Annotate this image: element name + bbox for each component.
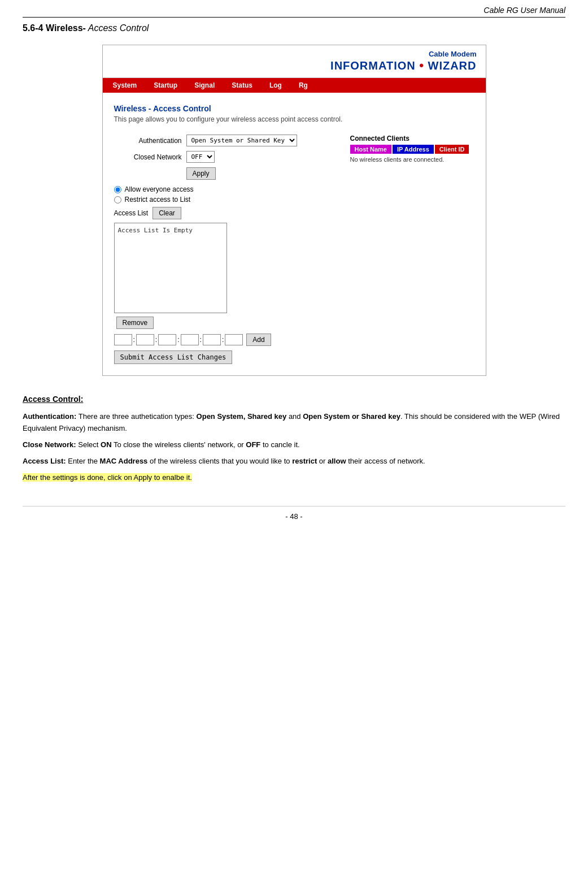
nav-bar: System Startup Signal Status Log Rg [103,78,486,93]
mac-field-2[interactable] [136,334,154,345]
wizard-label: WIZARD [428,59,477,72]
apply-button[interactable]: Apply [186,167,216,180]
nav-tab-system[interactable]: System [105,79,145,92]
no-clients-msg: No wireless clients are connected. [350,156,474,163]
access-list-row: Access List Clear [114,207,333,219]
nav-tab-log[interactable]: Log [262,79,290,92]
apply-row: Apply [114,167,333,180]
mac-field-3[interactable] [158,334,176,345]
nav-tab-signal[interactable]: Signal [186,79,223,92]
modem-content: Wireless - Access Control This page allo… [103,93,486,375]
remove-row: Remove [114,313,333,329]
authentication-select[interactable]: Open System or Shared Key Open System Sh… [186,135,297,146]
page-subtitle: Wireless - Access Control [114,104,474,113]
auth-bold: Open System, Shared key [197,412,287,421]
auth-bold2: Open System or Shared key [303,412,400,421]
section-title: 5.6-4 Wireless- Access Control [23,23,565,33]
info-section: Access Control: Authentication: There ar… [23,393,565,483]
mac-sep-3: : [177,336,179,344]
access-allow: allow [328,457,346,465]
closed-network-label: Closed Network [114,153,182,161]
access-list-empty: Access List Is Empty [118,227,193,234]
connected-clients-panel: Connected Clients Host Name IP Address C… [350,135,474,163]
page-desc: This page allows you to configure your w… [114,115,474,123]
authentication-row: Authentication Open System or Shared Key… [114,135,333,146]
cable-modem-label: Cable Modem [330,50,476,58]
remove-button[interactable]: Remove [116,317,154,329]
nav-tab-startup[interactable]: Startup [146,79,185,92]
page-header: Cable RG User Manual [23,6,565,18]
close-off: OFF [246,440,260,449]
access-restrict: restrict [292,457,317,465]
mac-sep-4: : [200,336,202,344]
radio-allow-row: Allow everyone access [114,185,333,193]
modem-header: Cable Modem INFORMATION • WIZARD [103,45,486,78]
access-list-label: Access List [114,209,149,217]
submit-row: Submit Access List Changes [114,350,333,364]
access-label: Access List: [23,457,66,465]
mac-input-row: : : : : : Add [114,334,333,346]
info-heading: Access Control: [23,393,565,405]
radio-restrict-row: Restrict access to List [114,196,333,204]
manual-title: Cable RG User Manual [484,6,565,15]
info-wizard-label: INFORMATION • WIZARD [330,58,476,73]
access-bold: MAC Address [100,457,148,465]
mac-sep-1: : [133,336,135,344]
col-hostname: Host Name [350,145,391,154]
auth-text: There are three authetication types: [79,412,197,421]
form-left: Authentication Open System or Shared Key… [114,135,333,364]
radio-allow[interactable] [114,186,121,193]
close-on: ON [101,440,112,449]
client-table-header: Host Name IP Address Client ID [350,145,474,154]
radio-restrict[interactable] [114,196,121,204]
nav-tab-rg[interactable]: Rg [291,79,316,92]
mac-sep-5: : [222,336,224,344]
closed-network-select[interactable]: OFF ON [186,151,215,163]
closed-network-row: Closed Network OFF ON [114,151,333,163]
mac-sep-2: : [155,336,157,344]
access-para: Access List: Enter the MAC Address of th… [23,456,565,468]
connected-clients-title: Connected Clients [350,135,474,142]
page-footer: - 48 - [23,506,565,521]
col-ip: IP Address [393,145,434,154]
authentication-label: Authentication [114,137,182,145]
modem-panel: Cable Modem INFORMATION • WIZARD System … [102,45,486,376]
highlight-para: After the settings is done, click on App… [23,472,565,484]
add-button[interactable]: Add [246,334,271,346]
auth-label: Authentication: [23,412,76,421]
radio-restrict-label: Restrict access to List [125,196,191,204]
radio-group: Allow everyone access Restrict access to… [114,185,333,204]
mac-field-1[interactable] [114,334,132,345]
close-para: Close Network: Select ON To close the wi… [23,439,565,451]
footer-text: - 48 - [285,512,302,521]
info-label: INFORMATION [330,59,416,72]
modem-logo: Cable Modem INFORMATION • WIZARD [330,50,476,73]
mac-field-5[interactable] [203,334,221,345]
highlight-text: After the settings is done, click on App… [23,473,192,482]
clear-button[interactable]: Clear [153,207,181,219]
dot-separator: • [419,58,424,72]
radio-allow-label: Allow everyone access [125,185,194,193]
nav-tab-status[interactable]: Status [224,79,260,92]
form-section: Authentication Open System or Shared Key… [114,135,474,364]
submit-button[interactable]: Submit Access List Changes [114,350,233,364]
close-label: Close Network: [23,440,76,449]
mac-field-6[interactable] [225,334,243,345]
mac-field-4[interactable] [181,334,199,345]
access-list-box: Access List Is Empty [114,223,227,313]
col-clientid: Client ID [435,145,469,154]
auth-para: Authentication: There are three authetic… [23,411,565,435]
